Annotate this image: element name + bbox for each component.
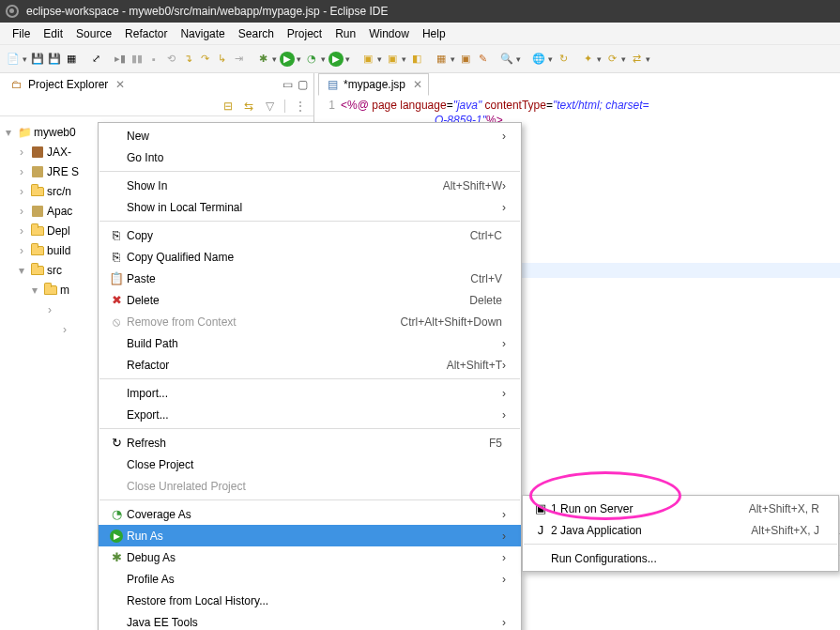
folder-icon <box>30 223 45 238</box>
menu-file[interactable]: File <box>6 24 37 43</box>
drop-to-frame-icon[interactable]: ⇥ <box>231 52 246 67</box>
tree-item-label[interactable]: JRE S <box>47 165 79 178</box>
refresh-icon[interactable]: ⟳ <box>604 52 619 67</box>
ctx-profile-as[interactable]: Profile As› <box>99 568 521 590</box>
editor-tab-mypage[interactable]: ▤ *mypage.jsp ✕ <box>318 73 429 96</box>
jsp-file-icon: ▤ <box>325 77 340 92</box>
new-icon[interactable]: 📄 <box>6 52 21 67</box>
main-toolbar: 📄▾ 💾 💾 ▦ ⤢ ▸▮ ▮▮ ▪ ⟲ ↴ ↷ ↳ ⇥ ✱▾ ▶▾ ◔▾ ▶▾… <box>0 45 840 73</box>
window-title: eclipse-workspace - myweb0/src/main/weba… <box>26 5 388 18</box>
ctx-paste[interactable]: 📋PasteCtrl+V <box>99 268 521 289</box>
tree-item-label[interactable]: JAX- <box>47 146 71 159</box>
terminate-icon[interactable]: ▪ <box>146 52 161 67</box>
ctx-copy-qualified-name[interactable]: ⎘Copy Qualified Name <box>99 246 521 268</box>
ctx-show-in-local-terminal[interactable]: Show in Local Terminal› <box>99 196 521 218</box>
step-over-icon[interactable]: ↷ <box>197 52 212 67</box>
tree-item-label[interactable]: src/n <box>47 185 71 198</box>
step-return-icon[interactable]: ↳ <box>214 52 229 67</box>
ctx-go-into[interactable]: Go Into <box>99 146 521 168</box>
folder-icon <box>43 283 58 298</box>
suspend-icon[interactable]: ▮▮ <box>130 52 145 67</box>
ctx-restore-from-local-history[interactable]: Restore from Local History... <box>99 590 521 611</box>
lib-icon <box>30 164 45 179</box>
navigator-icon: 🗀 <box>9 77 24 92</box>
wizard-icon[interactable]: ✦ <box>580 52 595 67</box>
ctx-coverage-as[interactable]: ◔Coverage As› <box>99 503 521 525</box>
tree-item-label[interactable]: Apac <box>47 205 72 218</box>
step-into-icon[interactable]: ↴ <box>180 52 195 67</box>
new-jsp-icon[interactable]: ◧ <box>409 52 424 67</box>
folder-icon <box>30 263 45 278</box>
tree-item-label[interactable]: Depl <box>47 224 70 238</box>
ctx-build-path[interactable]: Build Path› <box>99 332 521 354</box>
debug-icon[interactable]: ✱ <box>255 52 270 67</box>
search-icon[interactable]: 🔍 <box>499 52 514 67</box>
tree-item-label[interactable]: build <box>47 244 70 257</box>
ctx-delete[interactable]: ✖DeleteDelete <box>99 289 521 311</box>
run-as-submenu[interactable]: ▣1 Run on ServerAlt+Shift+X, RJ2 Java Ap… <box>522 495 839 572</box>
explorer-toolbar: ⊟ ⇆ ▽ ⋮ <box>0 96 313 116</box>
ctx-refresh[interactable]: ↻RefreshF5 <box>99 432 521 453</box>
ctx-import[interactable]: Import...› <box>99 382 521 404</box>
disconnect-icon[interactable]: ⟲ <box>163 52 178 67</box>
project-root[interactable]: myweb0 <box>34 126 76 139</box>
ctx-export[interactable]: Export...› <box>99 404 521 425</box>
ctx-run-as[interactable]: ▶Run As› <box>99 525 521 546</box>
menu-bar: FileEditSourceRefactorNavigateSearchProj… <box>0 23 840 45</box>
title-bar: eclipse-workspace - myweb0/src/main/weba… <box>0 0 840 23</box>
ctx-new[interactable]: New› <box>99 125 521 146</box>
ctx-2-java-application[interactable]: J2 Java ApplicationAlt+Shift+X, J <box>523 519 838 541</box>
refresh-globe-icon[interactable]: ↻ <box>556 52 571 67</box>
eclipse-logo-icon <box>6 5 19 18</box>
menu-window[interactable]: Window <box>362 24 416 43</box>
pkg-icon <box>30 145 45 160</box>
browser-icon[interactable]: 🌐 <box>531 52 546 67</box>
menu-edit[interactable]: Edit <box>37 24 69 43</box>
ctx-java-ee-tools[interactable]: Java EE Tools› <box>99 611 521 630</box>
folder-icon <box>30 184 45 199</box>
save-all-icon[interactable]: 💾 <box>47 52 62 67</box>
maximize-view-icon[interactable]: ▢ <box>295 77 310 92</box>
filter-arrow-icon[interactable]: ⇄ <box>629 52 644 67</box>
save-icon[interactable]: 💾 <box>30 52 45 67</box>
menu-run[interactable]: Run <box>328 24 362 43</box>
filter-icon[interactable]: ▽ <box>262 99 277 114</box>
tree-item-label[interactable]: m <box>60 284 69 297</box>
menu-refactor[interactable]: Refactor <box>118 24 174 43</box>
menu-help[interactable]: Help <box>416 24 452 43</box>
menu-navigate[interactable]: Navigate <box>174 24 231 43</box>
ctx-copy[interactable]: ⎘CopyCtrl+C <box>99 224 521 246</box>
new-class-icon[interactable]: ▣ <box>458 52 473 67</box>
view-menu-icon[interactable]: ⋮ <box>293 99 308 114</box>
ctx-1-run-on-server[interactable]: ▣1 Run on ServerAlt+Shift+X, R <box>523 498 838 519</box>
new-package-icon[interactable]: ▦ <box>434 52 449 67</box>
open-type-icon[interactable]: ▦ <box>64 52 79 67</box>
link-editor-icon[interactable]: ⇆ <box>241 99 256 114</box>
editor-tab-label: *mypage.jsp <box>344 78 405 91</box>
ctx-refactor[interactable]: RefactorAlt+Shift+T› <box>99 354 521 376</box>
minimize-view-icon[interactable]: ▭ <box>280 77 295 92</box>
project-explorer-tab[interactable]: 🗀 Project Explorer ✕ <box>4 75 130 95</box>
tree-item-label[interactable]: src <box>47 264 62 277</box>
coverage-icon[interactable]: ◔ <box>304 52 319 67</box>
menu-project[interactable]: Project <box>281 24 328 43</box>
ctx-run-configurations[interactable]: Run Configurations... <box>523 547 838 569</box>
ctx-debug-as[interactable]: ✱Debug As› <box>99 546 521 568</box>
run-last-icon[interactable]: ▶ <box>328 52 344 67</box>
close-view-icon[interactable]: ✕ <box>115 78 125 91</box>
resume-icon[interactable]: ▸▮ <box>113 52 128 67</box>
close-editor-icon[interactable]: ✕ <box>413 78 422 91</box>
zoom-icon[interactable]: ⤢ <box>88 52 103 67</box>
ctx-close-unrelated-project: Close Unrelated Project <box>99 475 521 497</box>
new-servlet-icon[interactable]: ▣ <box>385 52 400 67</box>
project-explorer-label: Project Explorer <box>28 78 108 91</box>
context-menu[interactable]: New›Go IntoShow InAlt+Shift+W›Show in Lo… <box>98 122 522 630</box>
ctx-show-in[interactable]: Show InAlt+Shift+W› <box>99 175 521 196</box>
paint-icon[interactable]: ✎ <box>475 52 490 67</box>
collapse-all-icon[interactable]: ⊟ <box>221 99 236 114</box>
menu-search[interactable]: Search <box>232 24 281 43</box>
ctx-close-project[interactable]: Close Project <box>99 453 521 475</box>
new-server-icon[interactable]: ▣ <box>360 52 375 67</box>
menu-source[interactable]: Source <box>69 24 118 43</box>
run-icon[interactable]: ▶ <box>280 52 295 67</box>
